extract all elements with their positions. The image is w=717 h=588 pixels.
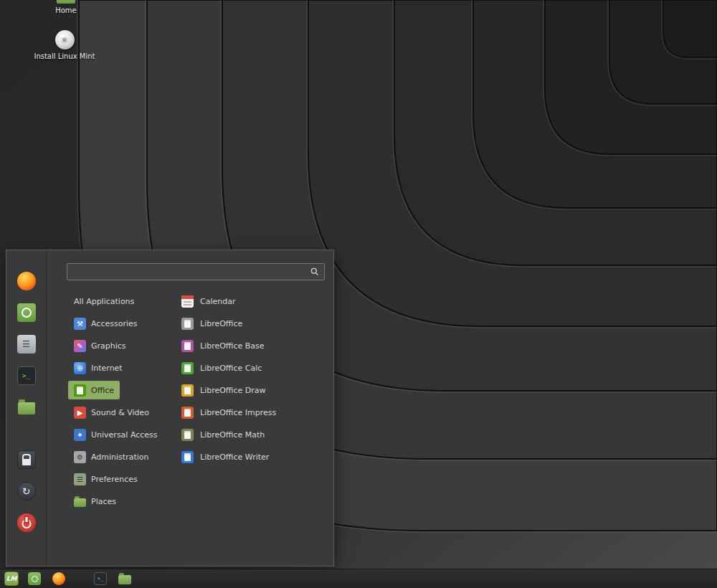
install-cd-icon: [55, 30, 75, 49]
taskbar: LM: [0, 569, 717, 588]
desktop: Home Install Linux Mint All Applications…: [0, 0, 717, 588]
software-manager-launcher[interactable]: [27, 571, 42, 587]
category-label: Universal Access: [91, 430, 158, 440]
internet-icon: ⊕: [74, 362, 86, 374]
desktop-icon-label: Home: [55, 6, 77, 14]
category-preferences[interactable]: ☰Preferences: [68, 470, 143, 488]
app-label: LibreOffice Impress: [200, 408, 276, 417]
search-icon: [310, 267, 319, 276]
app-label: Calendar: [200, 297, 235, 306]
app-label: LibreOffice Base: [200, 341, 265, 351]
files-launcher[interactable]: [117, 571, 133, 587]
lo-writer-icon: [181, 451, 194, 463]
category-label: Graphics: [91, 341, 126, 351]
graphics-icon: ✎: [74, 340, 86, 352]
category-label: All Applications: [74, 297, 134, 306]
application-list: CalendarLibreOfficeLibreOffice BaseLibre…: [177, 292, 328, 470]
lo-calc-icon: [181, 362, 194, 374]
lock-screen-button[interactable]: [16, 449, 37, 470]
firefox-icon: [17, 272, 36, 290]
lo-draw-icon: [181, 384, 194, 397]
category-administration[interactable]: ⚙Administration: [68, 447, 155, 466]
app-label: LibreOffice Writer: [200, 452, 269, 462]
lo-impress-icon: [181, 407, 194, 419]
files-folder-icon: [118, 575, 131, 584]
software-manager-icon: [28, 572, 41, 585]
category-label: Administration: [91, 452, 149, 462]
app-libreoffice[interactable]: LibreOffice: [177, 314, 328, 333]
mint-logo-icon: LM: [4, 572, 19, 586]
app-libreoffice-writer[interactable]: LibreOffice Writer: [177, 447, 328, 466]
home-folder-icon: [57, 0, 75, 4]
app-label: LibreOffice: [200, 319, 242, 328]
menu-sidebar: [6, 250, 47, 566]
lo-generic-icon: [181, 318, 194, 330]
menu-button[interactable]: LM: [2, 571, 21, 587]
software-manager-button[interactable]: [16, 302, 37, 323]
category-label: Preferences: [91, 475, 138, 484]
firefox-icon: [52, 572, 65, 585]
preferences-icon: ☰: [74, 473, 86, 485]
app-libreoffice-draw[interactable]: LibreOffice Draw: [177, 381, 328, 399]
app-libreoffice-calc[interactable]: LibreOffice Calc: [177, 359, 328, 377]
category-sound-video[interactable]: ▶Sound & Video: [68, 403, 155, 422]
files-folder-icon: [18, 402, 35, 414]
sound-video-icon: ▶: [74, 407, 86, 419]
firefox-launcher[interactable]: [51, 571, 67, 587]
category-internet[interactable]: ⊕Internet: [68, 359, 128, 377]
category-places[interactable]: Places: [68, 492, 122, 511]
category-all-applications[interactable]: All Applications: [68, 292, 140, 310]
search-input[interactable]: [72, 267, 310, 278]
app-libreoffice-math[interactable]: LibreOffice Math: [177, 425, 328, 444]
quit-button[interactable]: [16, 512, 37, 534]
office-icon: [74, 384, 86, 397]
desktop-icon-home[interactable]: Home: [43, 0, 89, 14]
category-graphics[interactable]: ✎Graphics: [68, 336, 132, 355]
universal-access-icon: ✶: [74, 429, 86, 441]
category-list: All Applications⚒Accessories✎Graphics⊕In…: [68, 292, 177, 514]
terminal-icon: [17, 366, 36, 385]
terminal-button[interactable]: [16, 365, 37, 387]
search-box: [67, 263, 325, 280]
category-universal-access[interactable]: ✶Universal Access: [68, 425, 163, 444]
category-label: Accessories: [91, 319, 137, 328]
app-calendar[interactable]: Calendar: [177, 292, 328, 310]
app-libreoffice-base[interactable]: LibreOffice Base: [177, 336, 328, 355]
desktop-icon-install-linux-mint[interactable]: Install Linux Mint: [29, 30, 100, 60]
category-office[interactable]: Office: [68, 381, 120, 399]
category-label: Internet: [91, 364, 123, 373]
firefox-button[interactable]: [16, 270, 37, 292]
category-accessories[interactable]: ⚒Accessories: [68, 314, 143, 333]
calendar-icon: [181, 295, 194, 308]
logout-button[interactable]: [16, 480, 37, 502]
system-settings-icon: [17, 335, 36, 354]
quit-icon: [17, 513, 36, 532]
lock-screen-icon: [17, 450, 36, 469]
application-menu: All Applications⚒Accessories✎Graphics⊕In…: [6, 250, 334, 566]
app-label: LibreOffice Draw: [200, 386, 266, 395]
terminal-launcher[interactable]: [92, 571, 108, 587]
lo-base-icon: [181, 340, 194, 352]
lo-math-icon: [181, 429, 194, 441]
administration-icon: ⚙: [74, 451, 86, 463]
places-folder-icon: [74, 498, 86, 507]
app-libreoffice-impress[interactable]: LibreOffice Impress: [177, 403, 328, 422]
category-label: Places: [91, 497, 116, 506]
app-label: LibreOffice Calc: [200, 364, 262, 373]
app-label: LibreOffice Math: [200, 430, 265, 440]
logout-icon: [17, 482, 36, 501]
system-settings-button[interactable]: [16, 333, 37, 355]
files-button[interactable]: [16, 397, 37, 418]
category-label: Sound & Video: [91, 408, 149, 417]
accessories-icon: ⚒: [74, 318, 86, 330]
sidebar-favorites: [16, 270, 37, 418]
terminal-icon: [94, 572, 107, 585]
sidebar-session-buttons: [16, 449, 37, 534]
desktop-icon-label: Install Linux Mint: [34, 52, 95, 60]
category-label: Office: [91, 386, 114, 395]
taskbar-launchers: [27, 571, 133, 587]
software-manager-icon: [17, 303, 36, 322]
